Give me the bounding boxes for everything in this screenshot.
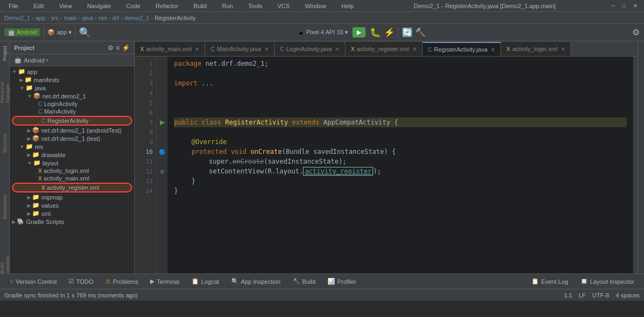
terminal-tab[interactable]: ▶ Terminal (145, 276, 185, 287)
tree-item-test[interactable]: ▶ 📦 net.drf.demo2_1 (test) (10, 134, 134, 142)
menu-bar[interactable]: File Edit View Navigate Code Refactor Bu… (4, 2, 358, 10)
build-variants-icon[interactable]: Build Variants (0, 250, 10, 274)
layout-link[interactable]: activity_register (303, 167, 373, 176)
cursor-position[interactable]: 1:1 (564, 292, 572, 299)
tree-item-res[interactable]: ▼ 📁 res (10, 142, 134, 151)
tree-item-xml-folder[interactable]: ▶ 📁 xml (10, 209, 134, 217)
status-right[interactable]: 1:1 LF UTF-8 4 spaces (564, 292, 640, 299)
tree-item-activity-main-xml[interactable]: X activity_main.xml (10, 175, 134, 182)
tab-main-activity[interactable]: C MainActivity.java ✕ (205, 42, 274, 56)
menu-edit[interactable]: Edit (29, 2, 48, 10)
settings-icon[interactable]: ⚡ (122, 44, 130, 52)
expand-arrow[interactable]: ▶ (27, 136, 31, 141)
tree-item-gradle-scripts[interactable]: ▶ 🐘 Gradle Scripts (10, 217, 134, 226)
tab-register-activity[interactable]: C RegisterActivity.java ✕ (423, 42, 501, 56)
project-label[interactable]: 📦 app ▾ (47, 29, 71, 36)
menu-build[interactable]: Build (189, 2, 211, 10)
vertical-scrollbar[interactable] (633, 57, 637, 274)
menu-refactor[interactable]: Refactor (151, 2, 183, 10)
close-button[interactable]: ✕ (633, 3, 640, 9)
tab-close-icon[interactable]: ✕ (195, 46, 199, 52)
collapse-all-icon[interactable]: ≡ (116, 44, 120, 52)
menu-code[interactable]: Code (122, 2, 145, 10)
tree-item-mipmap[interactable]: ▶ 📁 mipmap (10, 193, 134, 201)
breadcrumb-main[interactable]: main (64, 15, 77, 21)
tree-item-android-test[interactable]: ▶ 📦 net.drf.demo2_1 (androidTest) (10, 126, 134, 134)
menu-file[interactable]: File (4, 2, 23, 10)
menu-view[interactable]: View (55, 2, 77, 10)
tree-item-layout[interactable]: ▼ 📁 layout (10, 159, 134, 167)
menu-navigate[interactable]: Navigate (83, 2, 115, 10)
profile-button[interactable]: ⚡ (384, 27, 395, 38)
project-tool-icon[interactable]: Project (2, 46, 8, 61)
code-content[interactable]: package net.drf.demo2_1; import ... publ… (168, 57, 633, 274)
breadcrumb-app[interactable]: app (35, 15, 45, 21)
run-button[interactable]: ▶ (352, 27, 366, 38)
tab-close-icon[interactable]: ✕ (264, 46, 269, 52)
breadcrumb-demo2_1[interactable]: demo2_1 (125, 15, 150, 21)
menu-vcs[interactable]: VCS (273, 2, 294, 10)
menu-window[interactable]: Window (301, 2, 331, 10)
logcat-tab[interactable]: 📋 Logcat (186, 276, 225, 287)
expand-arrow[interactable]: ▶ (27, 128, 31, 133)
tree-item-drawable[interactable]: ▶ 📁 drawable (10, 151, 134, 159)
device-selector[interactable]: 📱 Pixel 4 API 33 ▾ (297, 29, 349, 36)
profiler-tab[interactable]: 📊 Profiler (322, 276, 362, 287)
tree-item-package[interactable]: ▼ 📦 net.drf.demo2_1 (10, 92, 134, 100)
tree-item-app[interactable]: ▼ 📁 app (10, 67, 134, 76)
panel-view-selector[interactable]: 🤖 Android ▾ (10, 54, 134, 66)
menu-tools[interactable]: Tools (244, 2, 267, 10)
app-inspection-tab[interactable]: 🔍 App Inspection (226, 276, 286, 287)
expand-arrow[interactable]: ▶ (27, 211, 31, 216)
menu-run[interactable]: Run (218, 2, 237, 10)
tab-close-icon[interactable]: ✕ (412, 46, 417, 52)
todo-tab[interactable]: ☑ TODO (63, 276, 99, 287)
tree-item-java[interactable]: ▼ 📁 java (10, 84, 134, 92)
tree-item-register-activity[interactable]: C RegisterActivity (12, 116, 132, 126)
tab-close-icon[interactable]: ✕ (491, 47, 495, 53)
debug-button[interactable]: 🐛 (370, 27, 381, 38)
expand-arrow[interactable]: ▶ (27, 152, 31, 158)
breadcrumb-drf[interactable]: drf (112, 15, 119, 21)
right-scrollbar-area[interactable] (637, 41, 644, 274)
window-controls[interactable]: ─ □ ✕ (611, 3, 640, 9)
resource-manager-icon[interactable]: Resource Manager (0, 70, 10, 103)
expand-arrow[interactable]: ▶ (20, 77, 23, 83)
tree-item-login-activity[interactable]: C LoginActivity (10, 100, 134, 108)
expand-arrow[interactable]: ▼ (12, 69, 17, 74)
breadcrumb-demo2[interactable]: Demo2_1 (4, 15, 30, 21)
problems-tab[interactable]: ⚠ Problems (100, 276, 144, 287)
breadcrumb-net[interactable]: net (98, 15, 107, 21)
structure-icon[interactable]: Structure (2, 133, 8, 153)
tab-close-icon[interactable]: ✕ (561, 46, 565, 52)
expand-arrow[interactable]: ▼ (27, 160, 32, 166)
layout-inspector-tab[interactable]: 🔲 Layout Inspector (575, 276, 640, 287)
expand-arrow[interactable]: ▶ (27, 203, 31, 208)
expand-arrow[interactable]: ▶ (27, 195, 31, 200)
panel-icons[interactable]: ⚙ ≡ ⚡ (108, 44, 130, 52)
tab-close-icon[interactable]: ✕ (335, 46, 339, 52)
indent-setting[interactable]: 4 spaces (616, 292, 640, 299)
gradle-sync-icon[interactable]: 🔄 (402, 27, 413, 38)
tab-activity-register-xml[interactable]: X activity_register.xml ✕ (345, 42, 423, 56)
tree-item-activity-login-xml[interactable]: X activity_login.xml (10, 167, 134, 175)
line-ending[interactable]: LF (579, 292, 586, 299)
maximize-button[interactable]: □ (622, 3, 629, 9)
settings-icon[interactable]: ⚙ (632, 27, 640, 38)
build-icon[interactable]: 🔨 (415, 27, 426, 38)
tab-activity-login-xml[interactable]: X activity_login.xml ✕ (501, 42, 571, 56)
gear-icon[interactable]: ⚙ (108, 44, 114, 52)
minimize-button[interactable]: ─ (611, 3, 618, 9)
build-tab[interactable]: 🔨 Build (287, 276, 321, 287)
expand-arrow[interactable]: ▶ (12, 219, 16, 225)
version-control-tab[interactable]: ⑂ Version Control (4, 276, 62, 287)
search-everywhere-icon[interactable]: 🔍 (79, 27, 91, 39)
tree-item-values[interactable]: ▶ 📁 values (10, 201, 134, 209)
expand-arrow[interactable]: ▼ (20, 144, 24, 150)
expand-arrow[interactable]: ▼ (27, 94, 32, 99)
tab-login-activity[interactable]: C LoginActivity.java ✕ (275, 42, 345, 56)
tab-activity-main-xml[interactable]: X activity_main.xml ✕ (135, 42, 205, 56)
event-log-tab[interactable]: 📋 Event Log (526, 276, 574, 287)
tree-item-manifests[interactable]: ▶ 📁 manifests (10, 76, 134, 84)
menu-help[interactable]: Help (337, 2, 358, 10)
